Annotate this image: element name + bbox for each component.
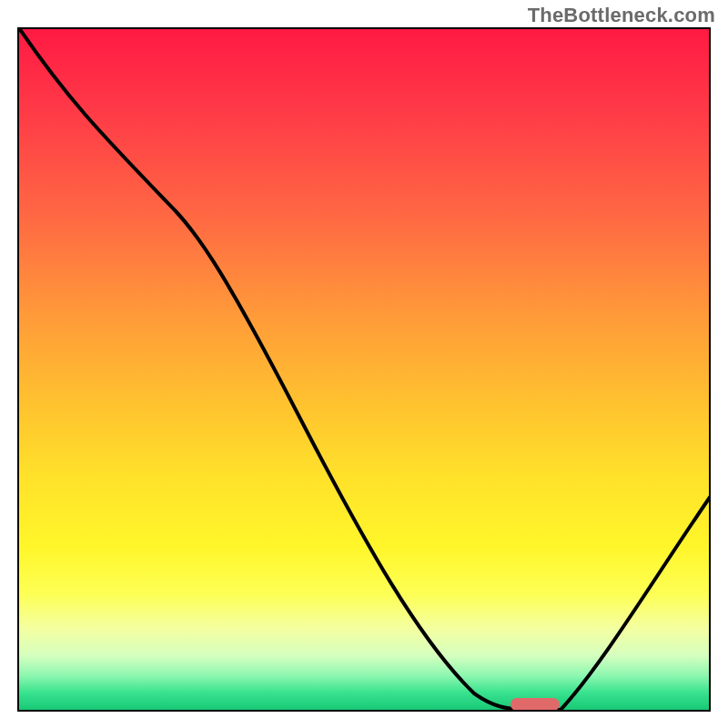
watermark-text: TheBottleneck.com bbox=[528, 4, 715, 27]
optimal-marker bbox=[511, 698, 560, 711]
plot-area bbox=[17, 27, 711, 712]
curve-layer bbox=[19, 29, 709, 710]
bottleneck-curve-path bbox=[19, 29, 709, 710]
bottleneck-chart: TheBottleneck.com bbox=[0, 0, 728, 728]
